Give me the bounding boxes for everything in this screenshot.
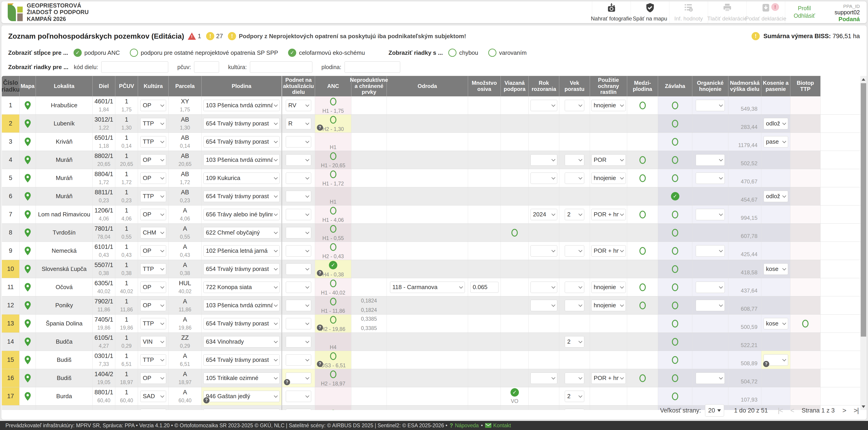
podnet-select[interactable] (286, 154, 311, 166)
help-icon[interactable]: ? (317, 361, 323, 367)
logout-link[interactable]: Odhlásiť (794, 12, 815, 19)
podnet-select[interactable] (286, 354, 311, 366)
map-pin-icon[interactable] (24, 119, 31, 128)
map-pin-icon[interactable] (24, 319, 31, 328)
page-size-select[interactable]: 20 (705, 404, 724, 417)
kultura-select[interactable]: OP (140, 100, 166, 111)
kultura-select[interactable]: TTP (140, 318, 166, 329)
plodina-select[interactable]: 103 Pšenica tvrdá ozimná (204, 154, 280, 166)
podnet-select[interactable] (286, 318, 311, 329)
map-pin-icon[interactable] (24, 174, 31, 183)
vek-porastu-select[interactable] (565, 282, 584, 293)
rok-rozorania-select[interactable]: 2024 (530, 209, 557, 220)
map-pin-icon[interactable] (24, 210, 31, 219)
kosenie-pasenie-select[interactable]: kose (764, 263, 788, 275)
plodina-select[interactable]: 103 Pšenica tvrdá ozimná (204, 100, 280, 111)
pouzitie-ochrany-select[interactable]: POR + hnojenie (591, 209, 626, 220)
vek-porastu-select[interactable] (565, 300, 584, 311)
odroda-select[interactable]: 118 - Carmanova (390, 282, 465, 293)
plodina-select[interactable]: 656 Trávy alebo iné bylinné krmoviny (204, 209, 280, 220)
help-icon[interactable]: ? (317, 324, 323, 331)
plodina-select[interactable]: 105 Tritikale ozimné (204, 373, 280, 384)
pouzitie-ochrany-select[interactable]: hnojenie (591, 300, 626, 311)
map-pin-icon[interactable] (24, 155, 31, 165)
plodina-select[interactable]: 654 Trvalý trávny porast (204, 191, 280, 202)
organicke-hnojenie-select[interactable] (696, 245, 725, 257)
back-to-map-button[interactable]: Späť na mapu (630, 1, 669, 23)
map-pin-icon[interactable] (24, 101, 31, 110)
profile-link[interactable]: Profil (798, 5, 811, 11)
kultura-select[interactable]: TTP (140, 191, 166, 202)
next-page-button[interactable]: > (842, 407, 846, 414)
podnet-select[interactable] (286, 391, 311, 402)
map-pin-icon[interactable] (24, 246, 31, 255)
plodina-select[interactable]: 654 Trvalý trávny porast (204, 118, 280, 129)
vek-porastu-select[interactable]: 2 (565, 209, 584, 220)
plodina-input[interactable] (345, 61, 400, 73)
scroll-up-icon[interactable] (860, 76, 867, 83)
help-icon[interactable]: ? (204, 397, 210, 403)
organicke-hnojenie-select[interactable] (696, 209, 725, 220)
help-icon[interactable]: ? (284, 379, 290, 385)
vek-porastu-select[interactable] (565, 373, 584, 384)
rok-rozorania-select[interactable] (530, 300, 557, 311)
pouzitie-ochrany-select[interactable]: POR (591, 154, 626, 166)
podnet-select[interactable] (286, 172, 311, 184)
plodina-select[interactable]: 654 Trvalý trávny porast (204, 263, 280, 275)
help-link[interactable]: ? Nápoveda (450, 422, 479, 429)
rok-rozorania-select[interactable] (530, 154, 557, 166)
last-page-button[interactable]: >| (854, 407, 859, 414)
pouzitie-ochrany-select[interactable]: hnojenie (591, 100, 626, 111)
podnet-select[interactable] (286, 209, 311, 220)
kultura-select[interactable]: OP (140, 154, 166, 166)
kultura-select[interactable]: TTP (140, 263, 166, 275)
upload-photos-button[interactable]: Nahrať fotografie (592, 1, 630, 23)
podnet-select[interactable]: RV (286, 100, 311, 111)
organicke-hnojenie-select[interactable] (696, 172, 725, 184)
vek-porastu-select[interactable]: 2 (565, 391, 584, 402)
plodina-select[interactable]: 654 Trvalý trávny porast (204, 354, 280, 366)
scroll-down-icon[interactable] (860, 403, 867, 410)
pouzitie-ochrany-select[interactable]: hnojenie (591, 282, 626, 293)
rok-rozorania-select[interactable] (530, 172, 557, 184)
podnet-select[interactable] (286, 300, 311, 311)
kultura-input[interactable] (250, 61, 312, 73)
rok-rozorania-select[interactable] (530, 373, 557, 384)
plodina-select[interactable]: 946 Gaštan jedlý (204, 391, 280, 402)
kultura-select[interactable]: OP (140, 172, 166, 184)
pcuv-input[interactable] (194, 61, 219, 73)
organicke-hnojenie-select[interactable] (696, 300, 725, 311)
organicke-hnojenie-select[interactable] (696, 373, 725, 384)
map-pin-icon[interactable] (24, 283, 31, 292)
plodina-select[interactable]: 654 Trvalý trávny porast (204, 318, 280, 329)
map-pin-icon[interactable] (24, 301, 31, 310)
kultura-select[interactable]: TTP (140, 118, 166, 129)
help-icon[interactable]: ? (763, 361, 769, 367)
podnet-select[interactable] (286, 263, 311, 275)
toggle-podpora-spp[interactable]: ✓ podporu pre ostatné neprojektové opatr… (130, 49, 278, 57)
pouzitie-ochrany-select[interactable]: POR + hnojenie (591, 245, 626, 257)
kultura-select[interactable]: OP (140, 373, 166, 384)
plodina-select[interactable]: 634 Vinohrady (204, 336, 280, 347)
pouzitie-ochrany-select[interactable]: hnojenie (591, 172, 626, 184)
kultura-select[interactable]: TTP (140, 136, 166, 147)
map-pin-icon[interactable] (24, 337, 31, 346)
toggle-rows-warning[interactable]: ✓ varovaním (488, 49, 527, 57)
kultura-select[interactable]: OP (140, 245, 166, 257)
help-icon[interactable]: ? (317, 124, 323, 131)
vek-porastu-select[interactable] (565, 245, 584, 257)
kultura-select[interactable]: CHM (140, 227, 166, 238)
kod-dielu-input[interactable] (101, 61, 168, 73)
toggle-rows-error[interactable]: ✓ chybou (448, 49, 478, 57)
map-pin-icon[interactable] (24, 192, 31, 201)
map-pin-icon[interactable] (24, 137, 31, 146)
kultura-select[interactable]: SAD (140, 391, 166, 402)
kultura-select[interactable]: VIN (140, 336, 166, 347)
kosenie-pasenie-select[interactable]: odlož (764, 191, 788, 202)
kultura-select[interactable]: OP (140, 282, 166, 293)
toggle-podpora-anc[interactable]: ✓ podporu ANC (73, 49, 120, 57)
vek-porastu-select[interactable] (565, 154, 584, 166)
kultura-select[interactable]: TTP (140, 354, 166, 366)
kultura-select[interactable]: OP (140, 209, 166, 220)
pouzitie-ochrany-select[interactable]: POR + hnojenie (591, 373, 626, 384)
